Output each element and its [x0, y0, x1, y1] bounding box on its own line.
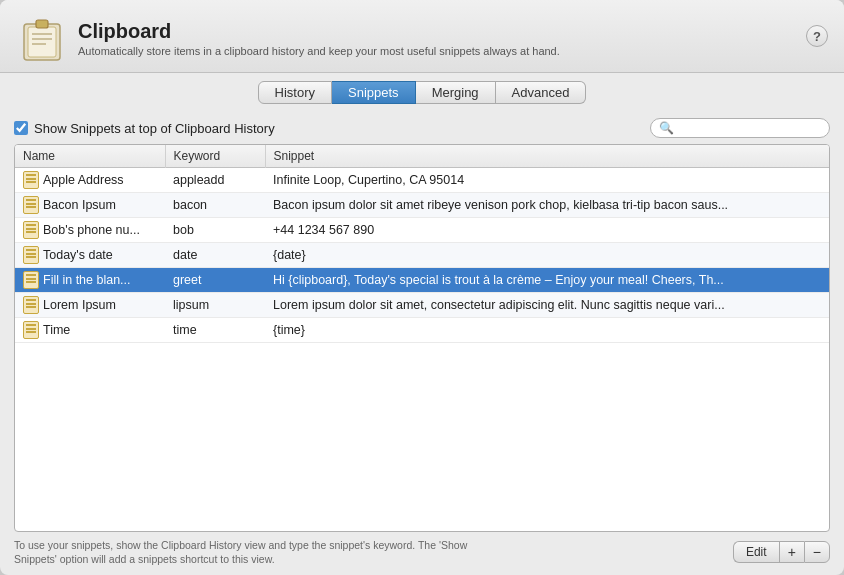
- table-row[interactable]: Fill in the blan...greetHi {clipboard}, …: [15, 268, 829, 293]
- row-snippet: Lorem ipsum dolor sit amet, consectetur …: [265, 293, 829, 318]
- footer-hint: To use your snippets, show the Clipboard…: [14, 538, 474, 567]
- title-info: Clipboard Automatically store items in a…: [78, 19, 560, 57]
- titlebar: Clipboard Automatically store items in a…: [0, 0, 844, 73]
- svg-rect-2: [36, 20, 48, 28]
- table-header-row: Name Keyword Snippet: [15, 145, 829, 168]
- help-button[interactable]: ?: [806, 25, 828, 47]
- app-title: Clipboard: [78, 19, 560, 43]
- remove-button[interactable]: −: [804, 541, 830, 563]
- row-keyword: time: [165, 318, 265, 343]
- content-area: Show Snippets at top of Clipboard Histor…: [0, 110, 844, 575]
- row-keyword: greet: [165, 268, 265, 293]
- table-row[interactable]: Bacon IpsumbaconBacon ipsum dolor sit am…: [15, 193, 829, 218]
- tab-advanced[interactable]: Advanced: [496, 81, 587, 104]
- row-name: Bob's phone nu...: [43, 223, 140, 237]
- footer-buttons: Edit + −: [733, 541, 830, 563]
- snippets-table: Name Keyword Snippet Apple Addressapplea…: [15, 145, 829, 343]
- tab-bar: History Snippets Merging Advanced: [0, 73, 844, 110]
- row-name: Time: [43, 323, 70, 337]
- tab-snippets[interactable]: Snippets: [332, 81, 416, 104]
- snippet-icon: [23, 246, 39, 264]
- empty-rows: [15, 343, 829, 523]
- row-name: Today's date: [43, 248, 113, 262]
- row-keyword: appleadd: [165, 168, 265, 193]
- svg-rect-1: [28, 27, 56, 57]
- col-header-name: Name: [15, 145, 165, 168]
- snippet-icon: [23, 271, 39, 289]
- table-row[interactable]: Apple AddressappleaddInfinite Loop, Cupe…: [15, 168, 829, 193]
- show-snippets-text: Show Snippets at top of Clipboard Histor…: [34, 121, 275, 136]
- row-name: Bacon Ipsum: [43, 198, 116, 212]
- search-icon: 🔍: [659, 121, 674, 135]
- row-keyword: bob: [165, 218, 265, 243]
- row-snippet: Hi {clipboard}, Today's special is trout…: [265, 268, 829, 293]
- footer-row: To use your snippets, show the Clipboard…: [14, 532, 830, 567]
- tab-merging[interactable]: Merging: [416, 81, 496, 104]
- snippet-icon: [23, 321, 39, 339]
- table-row[interactable]: Lorem IpsumlipsumLorem ipsum dolor sit a…: [15, 293, 829, 318]
- row-snippet: {date}: [265, 243, 829, 268]
- edit-button[interactable]: Edit: [733, 541, 779, 563]
- row-name: Lorem Ipsum: [43, 298, 116, 312]
- snippet-icon: [23, 221, 39, 239]
- tab-history[interactable]: History: [258, 81, 332, 104]
- table-row[interactable]: Today's datedate{date}: [15, 243, 829, 268]
- main-window: Clipboard Automatically store items in a…: [0, 0, 844, 575]
- show-snippets-checkbox[interactable]: [14, 121, 28, 135]
- snippets-table-container: Name Keyword Snippet Apple Addressapplea…: [14, 144, 830, 532]
- row-keyword: date: [165, 243, 265, 268]
- table-row[interactable]: Bob's phone nu...bob+44 1234 567 890: [15, 218, 829, 243]
- app-subtitle: Automatically store items in a clipboard…: [78, 45, 560, 57]
- search-box: 🔍: [650, 118, 830, 138]
- col-header-snippet: Snippet: [265, 145, 829, 168]
- show-snippets-label[interactable]: Show Snippets at top of Clipboard Histor…: [14, 121, 275, 136]
- row-name: Apple Address: [43, 173, 124, 187]
- snippet-icon: [23, 171, 39, 189]
- row-keyword: lipsum: [165, 293, 265, 318]
- col-header-keyword: Keyword: [165, 145, 265, 168]
- row-snippet: +44 1234 567 890: [265, 218, 829, 243]
- table-row[interactable]: Timetime{time}: [15, 318, 829, 343]
- add-button[interactable]: +: [779, 541, 804, 563]
- snippet-icon: [23, 196, 39, 214]
- row-snippet: {time}: [265, 318, 829, 343]
- row-snippet: Bacon ipsum dolor sit amet ribeye veniso…: [265, 193, 829, 218]
- row-snippet: Infinite Loop, Cupertino, CA 95014: [265, 168, 829, 193]
- row-name: Fill in the blan...: [43, 273, 131, 287]
- search-input[interactable]: [678, 121, 818, 135]
- row-keyword: bacon: [165, 193, 265, 218]
- toolbar-row: Show Snippets at top of Clipboard Histor…: [14, 118, 830, 138]
- snippet-icon: [23, 296, 39, 314]
- app-icon: [18, 14, 66, 62]
